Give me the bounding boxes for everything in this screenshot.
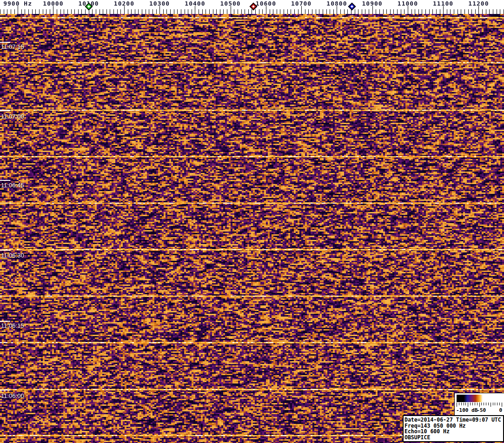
ruler-tick xyxy=(106,9,107,14)
ruler-tick xyxy=(124,6,125,14)
ruler-tick xyxy=(319,9,319,14)
ruler-tick xyxy=(213,9,213,14)
ruler-tick xyxy=(500,9,500,14)
db-scale-tick xyxy=(495,403,495,405)
frequency-tick-label: 10800 xyxy=(326,0,347,7)
ruler-tick xyxy=(393,9,394,14)
ruler-tick xyxy=(195,6,195,14)
ruler-tick xyxy=(128,9,128,14)
db-scale-tick xyxy=(475,403,475,405)
ruler-tick xyxy=(71,9,72,14)
ruler-tick xyxy=(18,6,18,14)
ruler-tick xyxy=(170,9,171,14)
ruler-tick xyxy=(163,9,164,14)
ruler-tick xyxy=(443,6,444,14)
ruler-tick xyxy=(401,9,401,14)
waterfall-spectrogram-canvas xyxy=(0,14,504,443)
ruler-tick xyxy=(241,9,242,14)
db-scale-tick xyxy=(477,403,477,405)
frequency-ruler[interactable]: 9900 Hz100001010010200103001040010500106… xyxy=(0,0,504,14)
ruler-tick xyxy=(454,9,454,14)
ruler-tick xyxy=(471,9,472,14)
ruler-tick xyxy=(153,9,153,14)
ruler-tick xyxy=(188,9,188,14)
db-scale-tick xyxy=(497,403,497,405)
ruler-tick xyxy=(21,9,22,14)
ruler-tick xyxy=(468,9,469,14)
frequency-tick-label: 10700 xyxy=(291,0,312,7)
ruler-tick xyxy=(92,9,93,14)
db-scale-tick xyxy=(464,403,464,405)
ruler-tick xyxy=(337,6,337,14)
ruler-tick xyxy=(330,9,330,14)
db-scale-tick xyxy=(499,403,500,405)
ruler-tick xyxy=(422,9,422,14)
ruler-tick xyxy=(216,9,217,14)
ruler-tick xyxy=(493,9,493,14)
db-scale-tick xyxy=(470,403,471,405)
ruler-tick xyxy=(347,9,348,14)
ruler-tick xyxy=(411,9,412,14)
ruler-tick xyxy=(238,9,238,14)
ruler-tick xyxy=(362,9,362,14)
ruler-tick xyxy=(223,9,224,14)
ruler-tick xyxy=(220,9,220,14)
db-scale-tick xyxy=(486,403,486,405)
ruler-tick xyxy=(312,9,312,14)
ruler-tick xyxy=(25,9,25,14)
ruler-tick xyxy=(177,9,178,14)
db-scale-tick xyxy=(457,403,457,407)
ruler-tick xyxy=(358,9,358,14)
ruler-tick xyxy=(294,9,295,14)
db-scale-tick xyxy=(481,403,482,405)
ruler-tick xyxy=(53,6,53,14)
db-scale-tick xyxy=(472,403,473,405)
ruler-tick xyxy=(316,9,316,14)
db-scale-mid-label: -50 xyxy=(477,407,486,413)
ruler-tick xyxy=(397,9,398,14)
ruler-tick xyxy=(245,9,245,14)
ruler-tick xyxy=(308,9,309,14)
ruler-tick xyxy=(227,9,227,14)
ruler-tick xyxy=(386,9,387,14)
frequency-tick-label: 10200 xyxy=(114,0,134,7)
ruler-tick xyxy=(390,9,391,14)
db-scale-tick xyxy=(502,403,502,407)
ruler-tick xyxy=(376,9,376,14)
marker-blue-center-dot xyxy=(351,5,353,8)
frequency-tick-label: 11100 xyxy=(433,0,453,7)
ruler-tick xyxy=(450,9,451,14)
ruler-tick xyxy=(67,9,68,14)
db-scale-min-label: -100 dB xyxy=(456,407,477,413)
db-scale-tick xyxy=(465,403,466,405)
ruler-tick xyxy=(209,9,210,14)
ruler-tick xyxy=(404,9,405,14)
ruler-tick xyxy=(4,9,4,14)
ruler-tick xyxy=(142,9,142,14)
db-scale-tick xyxy=(484,403,484,405)
spectrogram-app-window: 11:07:1511:07:0011:06:4511:06:3011:06:15… xyxy=(0,0,504,443)
ruler-tick xyxy=(497,9,497,14)
frequency-tick-label: 11200 xyxy=(468,0,489,7)
ruler-tick xyxy=(181,9,181,14)
ruler-tick xyxy=(103,9,103,14)
ruler-tick xyxy=(447,9,447,14)
db-scale-tick xyxy=(488,403,489,405)
ruler-tick xyxy=(475,9,476,14)
ruler-tick xyxy=(280,9,280,14)
ruler-tick xyxy=(284,9,284,14)
frequency-tick-label: 10300 xyxy=(149,0,170,7)
db-scale-tick xyxy=(459,403,459,405)
ruler-tick xyxy=(277,9,277,14)
info-echo: Echo=10 600 Hz xyxy=(405,429,502,435)
marker-green-center-dot xyxy=(87,5,90,8)
info-date-time: Date=2014-06-27 Time=09:07 UTC xyxy=(405,417,502,423)
ruler-tick xyxy=(199,9,199,14)
ruler-tick xyxy=(248,9,249,14)
info-station: OBSUPICE xyxy=(405,435,502,441)
ruler-tick xyxy=(372,6,373,14)
ruler-tick xyxy=(166,9,167,14)
ruler-tick xyxy=(255,9,256,14)
ruler-tick xyxy=(99,9,100,14)
ruler-tick xyxy=(64,9,64,14)
